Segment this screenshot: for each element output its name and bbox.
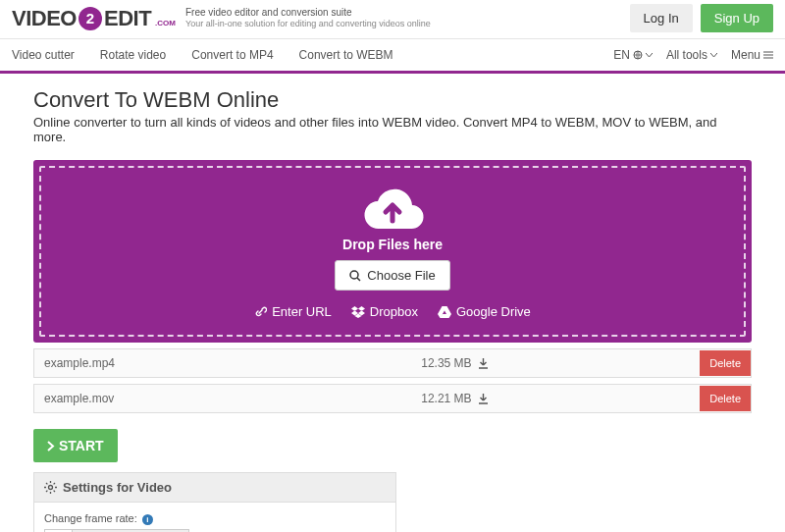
file-size: 12.21 MB: [421, 392, 471, 405]
enter-url-label: Enter URL: [272, 304, 332, 319]
search-icon: [349, 270, 361, 282]
info-icon[interactable]: i: [142, 514, 153, 525]
dropbox-icon: [351, 306, 365, 318]
tagline: Free video editor and conversion suite Y…: [185, 7, 431, 29]
file-row: example.mp4 12.35 MB Delete: [33, 348, 752, 378]
delete-button[interactable]: Delete: [700, 350, 751, 376]
link-icon: [254, 305, 267, 318]
main-menu[interactable]: Menu: [731, 48, 773, 62]
start-label: START: [59, 438, 104, 453]
dropzone-label: Drop Files here: [41, 237, 744, 252]
page-subtitle: Online converter to turn all kinds of vi…: [33, 115, 752, 144]
settings-title: Settings for Video: [63, 480, 172, 495]
svg-point-2: [49, 486, 53, 490]
settings-panel: Settings for Video Change frame rate: i …: [33, 472, 396, 532]
dropbox-link[interactable]: Dropbox: [351, 304, 418, 319]
tagline-sub: Your all-in-one solution for editing and…: [185, 19, 431, 29]
hamburger-icon: [763, 51, 773, 59]
dropbox-label: Dropbox: [370, 304, 418, 319]
logo-badge: 2: [78, 7, 102, 30]
download-icon[interactable]: [478, 394, 489, 404]
all-tools-label: All tools: [666, 48, 707, 62]
logo-text-pre: VIDEO: [12, 6, 77, 31]
signup-button[interactable]: Sign Up: [701, 4, 773, 32]
gdrive-label: Google Drive: [456, 304, 531, 319]
download-icon[interactable]: [478, 358, 489, 369]
globe-icon: [633, 50, 643, 60]
chevron-down-icon: [710, 53, 717, 58]
frame-rate-label: Change frame rate: i: [44, 512, 386, 525]
logo-text-post: EDIT: [104, 6, 151, 31]
file-name: example.mov: [34, 385, 391, 412]
gdrive-link[interactable]: Google Drive: [438, 304, 531, 319]
login-button[interactable]: Log In: [630, 4, 693, 32]
menu-label: Menu: [731, 48, 760, 62]
tagline-main: Free video editor and conversion suite: [185, 7, 431, 19]
logo[interactable]: VIDEO 2 EDIT .COM: [12, 6, 176, 31]
gear-icon: [44, 481, 57, 494]
all-tools-menu[interactable]: All tools: [666, 48, 717, 62]
nav-video-cutter[interactable]: Video cutter: [12, 48, 75, 62]
file-name: example.mp4: [34, 349, 391, 377]
settings-header: Settings for Video: [34, 473, 395, 503]
start-button[interactable]: START: [33, 429, 118, 462]
delete-button[interactable]: Delete: [700, 386, 751, 411]
page-title: Convert To WEBM Online: [33, 87, 752, 113]
language-selector[interactable]: EN: [613, 48, 653, 62]
nav-convert-webm[interactable]: Convert to WEBM: [299, 48, 393, 62]
chevron-right-icon: [47, 441, 55, 452]
file-size: 12.35 MB: [421, 356, 471, 370]
nav-rotate-video[interactable]: Rotate video: [100, 48, 166, 62]
svg-point-1: [350, 271, 358, 279]
google-drive-icon: [438, 306, 451, 318]
file-row: example.mov 12.21 MB Delete: [33, 384, 752, 413]
upload-cloud-icon: [358, 186, 427, 233]
choose-file-label: Choose File: [367, 268, 435, 283]
choose-file-button[interactable]: Choose File: [335, 260, 449, 291]
nav-convert-mp4[interactable]: Convert to MP4: [191, 48, 273, 62]
chevron-down-icon: [646, 53, 653, 58]
language-label: EN: [613, 48, 630, 62]
logo-com: .COM: [155, 19, 176, 27]
dropzone[interactable]: Drop Files here Choose File Enter URL Dr…: [33, 160, 752, 343]
enter-url-link[interactable]: Enter URL: [254, 304, 332, 319]
